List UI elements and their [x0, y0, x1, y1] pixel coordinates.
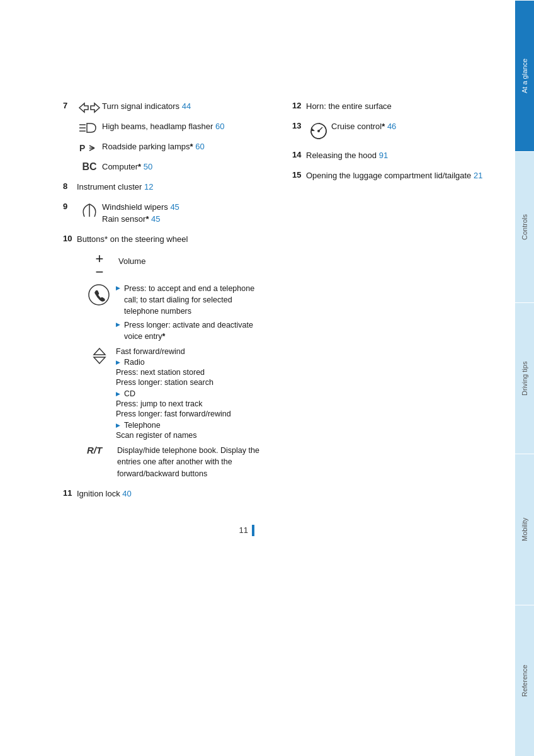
- minus-icon: −: [96, 266, 104, 278]
- item-13-number: 13: [292, 121, 306, 130]
- item-7-number: 7: [63, 101, 77, 110]
- triangle-cd: ▶: [116, 391, 120, 397]
- ff-sub-items: Fast forward/rewind ▶ Radio Press: next …: [116, 347, 231, 442]
- tab-mobility[interactable]: Mobility: [515, 454, 534, 605]
- page-number-bar: [252, 525, 254, 536]
- col-right: 12 Horn: the entire surface 13: [292, 101, 496, 536]
- rt-icon: R/T: [87, 445, 112, 455]
- cruise-icon: [306, 121, 331, 141]
- item-8-block: 8 Instrument cluster 12: [63, 181, 267, 193]
- roadside-row: P Roadside parking lamps* 60: [63, 141, 267, 155]
- page-number-row: 11: [63, 525, 267, 536]
- high-beams-icon: [77, 121, 102, 135]
- tab-at-a-glance[interactable]: At a glance: [515, 0, 534, 151]
- rt-row: R/T Display/hide telephone book. Display…: [87, 445, 267, 479]
- item-14-block: 14 Releasing the hood 91: [292, 150, 496, 161]
- turn-signal-text: Turn signal indicators 44: [102, 101, 267, 112]
- svg-point-10: [89, 285, 109, 305]
- press-accept-text: Press: to accept and end a telephone cal…: [124, 283, 267, 317]
- cruise-row: 13 Cruise contr: [292, 121, 496, 141]
- main-content: 7 Turn signal indicators 44: [0, 0, 515, 756]
- horn-text: Horn: the entire surface: [306, 101, 496, 112]
- horn-row: 12 Horn: the entire surface: [292, 101, 496, 112]
- high-beams-text: High beams, headlamp flasher 60: [102, 121, 267, 132]
- roadside-text: Roadside parking lamps* 60: [102, 141, 267, 152]
- rt-text: Display/hide telephone book. Display the…: [117, 445, 267, 479]
- wiper-icon: [77, 202, 102, 219]
- page-number: 11: [239, 525, 248, 535]
- ff-icons: [87, 347, 112, 365]
- svg-marker-14: [311, 127, 315, 131]
- wiper-text: Windshield wipers 45 Rain sensor* 45: [102, 202, 267, 224]
- opening-row: 15 Opening the luggage compartment lid/t…: [292, 170, 496, 181]
- computer-row: BC Computer* 50: [63, 161, 267, 173]
- tab-reference[interactable]: Reference: [515, 605, 534, 756]
- releasing-row: 14 Releasing the hood 91: [292, 150, 496, 161]
- sidebar: At a glance Controls Driving tips Mobili…: [515, 0, 534, 756]
- item-9-block: 9 Windshield wipers 45 Rain sensor* 45: [63, 202, 267, 224]
- page-wrapper: 7 Turn signal indicators 44: [0, 0, 534, 756]
- buttons-row: 10 Buttons* on the steering wheel: [63, 234, 267, 245]
- item-12-block: 12 Horn: the entire surface: [292, 101, 496, 112]
- svg-marker-1: [91, 103, 99, 112]
- telephone-label: Telephone: [124, 421, 161, 430]
- wiper-row: 9 Windshield wipers 45 Rain sensor* 45: [63, 202, 267, 224]
- item-9-number: 9: [63, 202, 77, 211]
- svg-text:P: P: [79, 143, 85, 153]
- item-10-number: 10: [63, 234, 77, 243]
- buttons-text: Buttons* on the steering wheel: [77, 234, 267, 245]
- instrument-row: 8 Instrument cluster 12: [63, 181, 267, 193]
- svg-point-16: [317, 130, 320, 132]
- volume-icons: + −: [87, 251, 112, 278]
- turn-signal-icon: [77, 101, 102, 115]
- triangle-accept: ▶: [116, 285, 120, 291]
- opening-text: Opening the luggage compartment lid/tail…: [306, 170, 496, 181]
- spacer-7c: [63, 161, 77, 171]
- tab-driving-tips[interactable]: Driving tips: [515, 302, 534, 454]
- spacer-7a: [63, 121, 77, 130]
- instrument-text: Instrument cluster 12: [77, 181, 267, 193]
- content-columns: 7 Turn signal indicators 44: [63, 101, 496, 536]
- ignition-row: 11 Ignition lock 40: [63, 488, 267, 500]
- press-longer-text: Press longer: activate and deactivate vo…: [124, 319, 267, 342]
- item-15-block: 15 Opening the luggage compartment lid/t…: [292, 170, 496, 181]
- item-12-number: 12: [292, 101, 306, 110]
- item-8-number: 8: [63, 181, 77, 191]
- item-10-block: 10 Buttons* on the steering wheel + − Vo…: [63, 234, 267, 479]
- roadside-icon: P: [77, 141, 102, 155]
- phone-sub-items: ▶ Press: to accept and end a telephone c…: [116, 283, 267, 343]
- phone-button-row: ▶ Press: to accept and end a telephone c…: [87, 283, 267, 343]
- col-left: 7 Turn signal indicators 44: [63, 101, 267, 536]
- bc-icon: BC: [77, 161, 102, 173]
- item-11-block: 11 Ignition lock 40: [63, 488, 267, 500]
- arrows-row: Fast forward/rewind ▶ Radio Press: next …: [87, 347, 267, 442]
- item-11-number: 11: [63, 488, 77, 498]
- high-beams-row: High beams, headlamp flasher 60: [63, 121, 267, 135]
- radio-label: Radio: [124, 358, 145, 367]
- item-7-block: 7 Turn signal indicators 44: [63, 101, 267, 173]
- svg-marker-11: [94, 348, 105, 355]
- computer-text: Computer* 50: [102, 161, 267, 173]
- cd-label: CD: [124, 389, 135, 398]
- volume-label: Volume: [118, 256, 145, 266]
- tab-controls[interactable]: Controls: [515, 151, 534, 302]
- triangle-longer: ▶: [116, 321, 120, 328]
- item-14-number: 14: [292, 150, 306, 159]
- ignition-text: Ignition lock 40: [77, 488, 267, 500]
- phone-button-icon: [87, 283, 112, 309]
- svg-marker-0: [79, 103, 88, 112]
- releasing-text: Releasing the hood 91: [306, 150, 496, 161]
- item-13-block: 13 Cruise contr: [292, 121, 496, 141]
- triangle-tel: ▶: [116, 422, 120, 428]
- svg-marker-12: [94, 357, 105, 364]
- cruise-text: Cruise control* 46: [331, 121, 496, 132]
- turn-signal-row: 7 Turn signal indicators 44: [63, 101, 267, 115]
- triangle-radio: ▶: [116, 359, 120, 365]
- item-15-number: 15: [292, 170, 306, 180]
- spacer-7b: [63, 141, 77, 151]
